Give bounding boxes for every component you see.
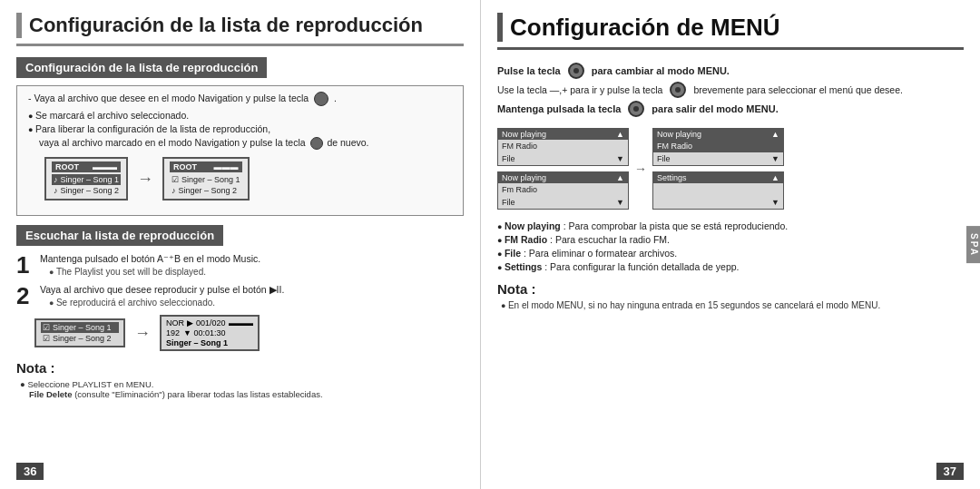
- menu-box2: Now playing ▲ FM Radio File ▼: [652, 128, 784, 166]
- menu-box2-row2: File ▼: [653, 152, 783, 165]
- screen2-header: ROOT ▬▬▬: [170, 161, 242, 172]
- screen2-row1: ☑ Singer – Song 1: [170, 174, 242, 185]
- bullet-file: File : Para eliminar o formatear archivo…: [497, 248, 964, 259]
- menu-box1-row2: File ▼: [498, 152, 628, 165]
- menu-box1: Now playing ▲ FM Radio File ▼ Now playin…: [497, 128, 629, 210]
- menu-bullets: Now playing : Para comprobar la pista qu…: [497, 220, 964, 272]
- device-diagrams: ROOT ▬▬▬ ♪ Singer – Song 1 ♪ Singer – So…: [44, 157, 454, 200]
- bullet2: Para liberar la configuración de la list…: [26, 123, 454, 134]
- page-number-left: 36: [16, 463, 44, 480]
- step1-text: Mantenga pulsado el botón A⁻⁺B en el mod…: [40, 253, 464, 264]
- instruction2: Use la tecla —,+ para ir y pulse la tecl…: [497, 82, 964, 98]
- nav-button2-icon: [310, 137, 323, 150]
- section1-title: Configuración de la lista de reproducció…: [16, 57, 267, 78]
- bullet2-cont: vaya al archivo marcado en el modo Navig…: [26, 137, 454, 150]
- section1-instruction: Vaya al archivo que desee en el modo Nav…: [26, 92, 454, 106]
- playback-diagrams: ☑ Singer – Song 1 ☑ Singer – Song 2 → NO…: [34, 315, 464, 351]
- nota-left: Nota : ● Seleccione PLAYLIST en MENU. Fi…: [16, 360, 464, 401]
- menu-diagram-section: Now playing ▲ FM Radio File ▼ Now playin…: [497, 128, 964, 210]
- menu-box3-row2: File ▼: [498, 196, 628, 209]
- menu-box2-header: Now playing ▲: [653, 129, 783, 140]
- menu-button2-icon: [670, 82, 686, 98]
- menu-box4-header: Settings ▲: [653, 172, 783, 183]
- page-number-right: 37: [936, 463, 964, 480]
- playback-source: ☑ Singer – Song 1 ☑ Singer – Song 2: [34, 318, 125, 347]
- menu-arrow-icon: →: [634, 161, 647, 176]
- instruction1: Pulse la tecla para cambiar al modo MENU…: [497, 63, 964, 79]
- menu-box2-row1: FM Radio: [653, 140, 783, 152]
- right-page: Configuración de MENÚ Pulse la tecla par…: [481, 0, 980, 489]
- bullet-fm-radio: FM Radio : Para escuchar la radio FM.: [497, 234, 964, 245]
- menu-box3-row1: Fm Radio: [498, 183, 628, 196]
- right-main-title: Configuración de MENÚ: [497, 13, 964, 50]
- menu-box1-header: Now playing ▲: [498, 129, 628, 140]
- bullet-settings: Settings : Para configurar la función de…: [497, 261, 964, 272]
- step1-sub: The Playlist you set will be displayed.: [40, 267, 464, 277]
- left-main-title: Configuración de la lista de reproducció…: [16, 13, 464, 46]
- menu-box3: Now playing ▲ Fm Radio File ▼: [497, 171, 629, 210]
- menu-box4-row2: ▼: [653, 196, 783, 209]
- nav-button-icon: [314, 92, 328, 106]
- menu-pair1: Now playing ▲ FM Radio File ▼ Now playin…: [497, 128, 784, 210]
- nota-right-item1: En el modo MENU, si no hay ninguna entra…: [497, 300, 964, 310]
- section1: Configuración de la lista de reproducció…: [16, 57, 464, 216]
- step2-text: Vaya al archivo que desee reproducir y p…: [40, 284, 464, 295]
- section2: Escuchar la lista de reproducción 1 Mant…: [16, 225, 464, 351]
- playback-info: 192 ▼ 00:01:30: [166, 328, 253, 337]
- step1: 1 Mantenga pulsado el botón A⁻⁺B en el m…: [16, 253, 464, 277]
- bullet1: Se marcará el archivo seleccionado.: [26, 110, 454, 121]
- screen1-row2: ♪ Singer – Song 2: [52, 185, 121, 196]
- src-row1: ☑ Singer – Song 1: [41, 322, 119, 333]
- screen1-row1: ♪ Singer – Song 1: [52, 174, 121, 185]
- menu-button1-icon: [568, 63, 584, 79]
- section1-block: Vaya al archivo que desee en el modo Nav…: [16, 85, 464, 216]
- src-row2: ☑ Singer – Song 2: [41, 333, 119, 344]
- menu-box1-row1: FM Radio: [498, 140, 628, 152]
- screen1-header: ROOT ▬▬▬: [52, 161, 121, 172]
- step2: 2 Vaya al archivo que desee reproducir y…: [16, 284, 464, 308]
- playback-song: Singer – Song 1: [166, 338, 253, 347]
- screen2-row2: ♪ Singer – Song 2: [170, 185, 242, 196]
- step2-sub: Se reproducirá el archivo seleccionado.: [40, 298, 464, 308]
- device-screen-2: ROOT ▬▬▬ ☑ Singer – Song 1 ♪ Singer – So…: [162, 157, 250, 200]
- bullet-now-playing: Now playing : Para comprobar la pista qu…: [497, 220, 964, 231]
- nota-right: Nota : En el modo MENU, si no hay ningun…: [497, 281, 964, 310]
- nota-left-title: Nota :: [16, 360, 464, 376]
- nota-left-item1: ● Seleccione PLAYLIST en MENU.: [16, 379, 464, 389]
- playback-arrow-icon: →: [134, 324, 151, 343]
- arrow-icon: →: [137, 170, 153, 189]
- device-screen-1: ROOT ▬▬▬ ♪ Singer – Song 1 ♪ Singer – So…: [44, 157, 128, 200]
- left-page: Configuración de la lista de reproducció…: [0, 0, 481, 489]
- menu-box4: Settings ▲ ▼: [652, 171, 784, 210]
- section2-title: Escuchar la lista de reproducción: [16, 225, 223, 246]
- playback-dest: NOR ▶ 001/020 ▬▬▬ 192 ▼ 00:01:30 Singer …: [160, 315, 260, 351]
- instruction3: Mantenga pulsada la tecla para salir del…: [497, 101, 964, 117]
- menu-box4-row1: [653, 183, 783, 196]
- menu-button3-icon: [628, 101, 644, 117]
- playback-header: NOR ▶ 001/020 ▬▬▬: [166, 318, 253, 328]
- menu-box3-header: Now playing ▲: [498, 172, 628, 183]
- nota-right-title: Nota :: [497, 281, 964, 297]
- spa-tab: SPA: [966, 226, 980, 264]
- nota-left-item2: File Delete (consulte "Eliminación") par…: [16, 389, 464, 401]
